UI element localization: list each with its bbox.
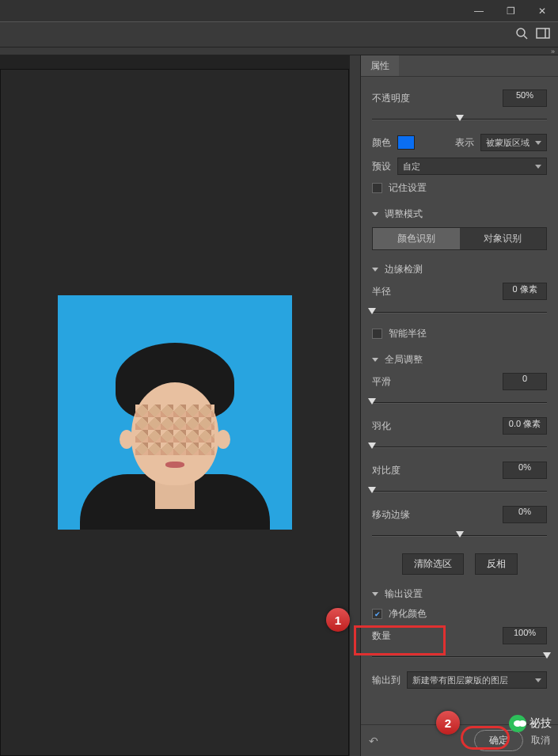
annotation-badge-1: 1: [326, 608, 350, 632]
contrast-input[interactable]: 0%: [503, 462, 547, 479]
shift-edge-slider[interactable]: [372, 530, 547, 542]
document-image: [58, 295, 292, 530]
radius-label: 半径: [372, 285, 391, 298]
preset-label: 预设: [372, 160, 391, 173]
smooth-slider[interactable]: [372, 397, 547, 409]
minimize-button[interactable]: —: [463, 0, 495, 21]
mode-color-button[interactable]: 颜色识别: [373, 228, 460, 249]
chevron-down-icon: [372, 592, 378, 596]
amount-input[interactable]: 100%: [503, 627, 547, 644]
workspace-icon[interactable]: [536, 28, 550, 41]
feather-label: 羽化: [372, 420, 391, 433]
output-to-label: 输出到: [372, 674, 400, 687]
feather-slider[interactable]: [372, 441, 547, 454]
section-mode[interactable]: 调整模式: [372, 207, 547, 221]
svg-line-1: [524, 36, 527, 39]
clear-selection-button[interactable]: 清除选区: [402, 553, 464, 575]
smart-radius-label: 智能半径: [389, 327, 427, 340]
cancel-button[interactable]: 取消: [531, 734, 550, 747]
chevron-down-icon: [372, 358, 378, 362]
section-edge[interactable]: 边缘检测: [372, 263, 547, 276]
canvas-area: [0, 55, 360, 756]
amount-slider[interactable]: [372, 651, 547, 663]
opacity-input[interactable]: 50%: [503, 89, 547, 107]
section-output[interactable]: 输出设置: [372, 587, 547, 601]
canvas-scrollbar[interactable]: [349, 55, 360, 756]
close-button[interactable]: ✕: [526, 0, 558, 21]
radius-input[interactable]: 0 像素: [503, 283, 547, 300]
overflow-icon[interactable]: »: [551, 47, 555, 55]
search-icon[interactable]: [515, 27, 528, 42]
shift-edge-input[interactable]: 0%: [503, 506, 547, 523]
section-global[interactable]: 全局调整: [372, 353, 547, 367]
color-swatch[interactable]: [397, 135, 415, 150]
amount-label: 数量: [372, 629, 391, 643]
preset-dropdown[interactable]: 自定: [397, 158, 547, 175]
smart-radius-checkbox[interactable]: [372, 329, 382, 339]
smooth-label: 平滑: [372, 375, 391, 389]
contrast-label: 对比度: [372, 464, 400, 477]
overflow-row: »: [0, 47, 558, 55]
window-titlebar: — ❐ ✕: [0, 0, 558, 21]
wechat-icon: [509, 715, 526, 732]
opacity-slider[interactable]: [372, 113, 547, 126]
feather-input[interactable]: 0.0 像素: [503, 417, 547, 435]
remember-label: 记住设置: [389, 181, 427, 195]
ok-button[interactable]: 确定: [474, 730, 523, 751]
annotation-badge-2: 2: [436, 711, 460, 735]
invert-button[interactable]: 反相: [475, 553, 518, 575]
output-to-dropdown[interactable]: 新建带有图层蒙版的图层: [407, 671, 547, 689]
shift-edge-label: 移动边缘: [372, 508, 410, 522]
remember-checkbox[interactable]: [372, 183, 382, 193]
svg-point-0: [517, 28, 525, 36]
display-dropdown[interactable]: 被蒙版区域: [480, 134, 547, 151]
chevron-down-icon: [372, 212, 378, 216]
watermark: 祕技: [509, 715, 552, 732]
contrast-slider[interactable]: [372, 485, 547, 498]
options-bar: [0, 21, 558, 47]
properties-panel: 属性 不透明度 50% 颜色 表示 被蒙版区域 预设 自定 记住设置: [360, 55, 558, 756]
tab-properties[interactable]: 属性: [361, 55, 399, 76]
canvas[interactable]: [0, 69, 349, 756]
purify-colors-checkbox[interactable]: ✔: [372, 609, 382, 619]
mode-object-button[interactable]: 对象识别: [460, 228, 547, 249]
radius-slider[interactable]: [372, 306, 547, 319]
svg-rect-2: [537, 28, 549, 38]
maximize-button[interactable]: ❐: [495, 0, 526, 21]
panel-tabs: 属性: [361, 55, 558, 77]
mode-segment: 颜色识别 对象识别: [372, 227, 547, 250]
chevron-down-icon: [372, 268, 378, 272]
purify-colors-label: 净化颜色: [389, 607, 427, 621]
opacity-label: 不透明度: [372, 92, 410, 105]
color-label: 颜色: [372, 136, 391, 150]
reset-icon[interactable]: ↶: [369, 735, 378, 747]
watermark-text: 祕技: [530, 716, 552, 731]
smooth-input[interactable]: 0: [503, 373, 547, 390]
display-label: 表示: [455, 136, 474, 150]
